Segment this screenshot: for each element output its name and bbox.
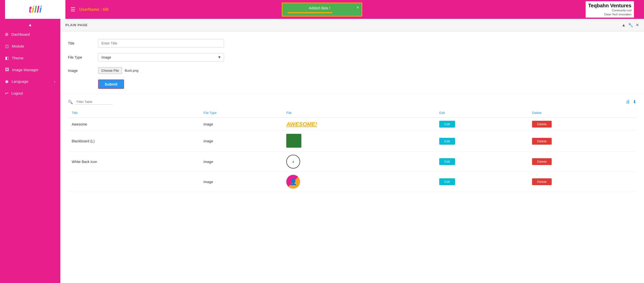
cell-file: AWESOME! [283, 117, 435, 131]
cell-edit: Edit [435, 152, 528, 172]
filetype-select[interactable]: Image Video Audio [98, 53, 224, 62]
col-filetype: File Type [200, 108, 283, 117]
cell-delete: Delete [528, 117, 636, 131]
edit-button[interactable]: Edit [439, 178, 455, 185]
file-name: Bush.png [125, 69, 138, 72]
delete-button[interactable]: Delete [532, 158, 552, 165]
cell-filetype: image [200, 172, 283, 192]
notification-message: Added data ! [309, 6, 330, 10]
awesome-image: AWESOME! [286, 121, 317, 127]
delete-button[interactable]: Delete [532, 138, 552, 145]
cell-title [68, 172, 200, 192]
submit-wrapper: Submit [98, 79, 636, 89]
sidebar-item-label: Language [12, 79, 28, 84]
cell-title: Blackboard (L) [68, 131, 200, 152]
sidebar-item-language[interactable]: ◉ Language › [0, 75, 60, 87]
col-title: Title [68, 108, 200, 117]
brand-info: Teqbahn Ventures Community-Led Clean Tec… [586, 1, 634, 18]
file-input-wrapper: Choose File Bush.png [98, 67, 138, 74]
username-label: UserName : [79, 7, 103, 12]
close-button[interactable]: ✕ [636, 23, 639, 27]
sidebar-item-label: Module [12, 44, 24, 48]
theme-icon: ◧ [5, 56, 9, 60]
filter-wrapper: 🔍 [68, 99, 113, 105]
cell-file [283, 131, 435, 152]
filter-row: 🔍 🖨 ⬇ [68, 99, 636, 105]
brand-sub-line2: Clean Tech Innovation [588, 13, 631, 16]
image-row: Image Choose File Bush.png [68, 67, 636, 74]
table-row: White Back Icon image ‹ Edit Delete [68, 152, 636, 172]
title-label: Title [68, 41, 93, 45]
minimize-button[interactable]: ▲ [622, 23, 626, 27]
title-input[interactable] [98, 39, 224, 48]
col-delete: Delete [528, 108, 636, 117]
logo-container: tilli [5, 0, 65, 19]
cell-filetype: image [200, 117, 283, 131]
username-value: tilli [103, 7, 108, 12]
language-icon: ◉ [5, 79, 9, 84]
dashboard-icon: ⊞ [5, 32, 8, 37]
cell-filetype: image [200, 152, 283, 172]
cell-delete: Delete [528, 172, 636, 192]
table-header-row: Title File Type File Edit Delete [68, 108, 636, 117]
notification-close[interactable]: × [357, 5, 359, 10]
cell-title: Awesome [68, 117, 200, 131]
data-table: Title File Type File Edit Delete Awesome… [68, 108, 636, 192]
delete-button[interactable]: Delete [532, 178, 552, 185]
sidebar-item-label: Theme [12, 56, 24, 60]
sidebar-item-module[interactable]: ◫ Module [0, 40, 60, 52]
filter-input[interactable] [75, 99, 113, 105]
sidebar-item-theme[interactable]: ◧ Theme [0, 52, 60, 64]
module-icon: ◫ [5, 44, 9, 49]
cell-edit: Edit [435, 117, 528, 131]
choose-file-button[interactable]: Choose File [98, 67, 122, 74]
page-controls: ▲ 🔧 ✕ [622, 23, 639, 27]
form-area: Title File Type Image Video Audio ▼ Imag… [60, 31, 644, 94]
edit-button[interactable]: Edit [439, 138, 455, 145]
layout: ▲ ⊞ Dashboard ◫ Module ◧ Theme 🖼 Image M… [0, 19, 644, 283]
cell-file: ‹ [283, 152, 435, 172]
cell-filetype: image [200, 131, 283, 152]
person-image: 👤 [286, 175, 300, 189]
settings-button[interactable]: 🔧 [628, 23, 633, 27]
download-icon[interactable]: ⬇ [633, 99, 636, 105]
table-area: 🔍 🖨 ⬇ Title File Type File Edit Delete [60, 94, 644, 197]
sidebar: ▲ ⊞ Dashboard ◫ Module ◧ Theme 🖼 Image M… [0, 19, 60, 283]
table-row: Blackboard (L) image Edit Delete [68, 131, 636, 152]
sidebar-item-image-manager[interactable]: 🖼 Image Manager [0, 64, 60, 75]
sidebar-item-logout[interactable]: ↩ Logout [0, 87, 60, 99]
username-display: UserName : tilli [79, 7, 108, 12]
sidebar-item-dashboard[interactable]: ⊞ Dashboard [0, 28, 60, 40]
delete-button[interactable]: Delete [532, 121, 552, 128]
search-icon: 🔍 [68, 100, 73, 104]
sidebar-item-label: Logout [11, 91, 23, 95]
col-file: File [283, 108, 435, 117]
cell-title: White Back Icon [68, 152, 200, 172]
edit-button[interactable]: Edit [439, 158, 455, 165]
brand-sub-line1: Community-Led [588, 9, 631, 12]
header-main: ☰ UserName : tilli Added data ! × Teqbah… [65, 1, 639, 18]
print-icon[interactable]: 🖨 [626, 99, 630, 105]
page-title: PLAIN PAGE [65, 23, 88, 27]
filetype-label: File Type [68, 55, 93, 59]
cell-edit: Edit [435, 172, 528, 192]
main-content: PLAIN PAGE ▲ 🔧 ✕ Title File Type Image V [60, 19, 644, 283]
image-label: Image [68, 69, 93, 73]
scroll-indicator: ▲ [0, 21, 60, 28]
sidebar-item-label: Dashboard [11, 32, 30, 36]
hamburger-icon[interactable]: ☰ [70, 6, 75, 13]
filetype-select-wrapper: Image Video Audio ▼ [98, 53, 224, 62]
col-edit: Edit [435, 108, 528, 117]
blackboard-image [286, 134, 301, 148]
logout-icon: ↩ [5, 91, 8, 96]
cell-edit: Edit [435, 131, 528, 152]
page-header: PLAIN PAGE ▲ 🔧 ✕ [60, 19, 644, 31]
filetype-row: File Type Image Video Audio ▼ [68, 53, 636, 62]
image-manager-icon: 🖼 [5, 67, 9, 72]
notification-progress [288, 12, 332, 13]
submit-button[interactable]: Submit [98, 79, 124, 89]
cell-delete: Delete [528, 131, 636, 152]
edit-button[interactable]: Edit [439, 121, 455, 128]
cell-delete: Delete [528, 152, 636, 172]
logo: tilli [29, 4, 42, 15]
